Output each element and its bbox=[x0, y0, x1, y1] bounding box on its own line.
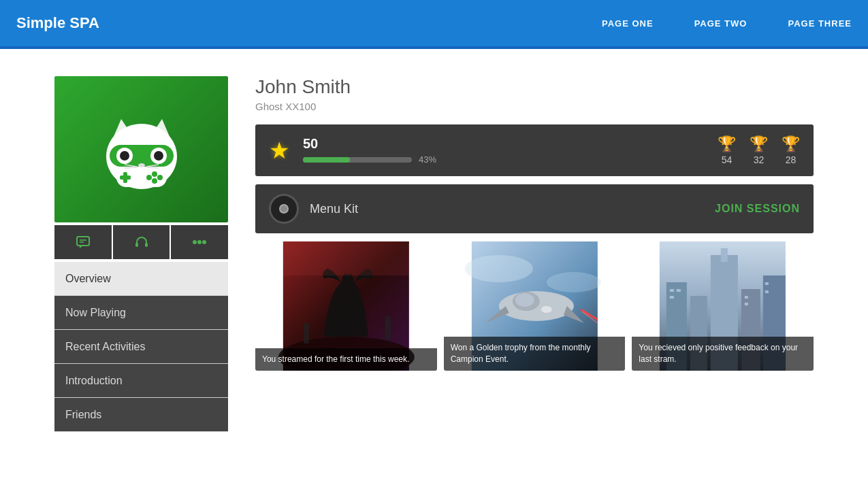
now-playing-bar: Menu Kit JOIN SESSION bbox=[255, 184, 814, 233]
activity-card-1: You streamed for the first time this wee… bbox=[255, 241, 437, 371]
svg-rect-57 bbox=[765, 290, 769, 293]
activity-card-3-caption: You recieved only positive feedback on y… bbox=[632, 337, 814, 371]
trophy-bronze-item: 🏆 28 bbox=[782, 135, 800, 165]
star-icon: ★ bbox=[269, 137, 289, 164]
svg-rect-23 bbox=[135, 243, 138, 247]
svg-point-14 bbox=[146, 175, 152, 180]
svg-point-41 bbox=[541, 306, 552, 313]
svg-rect-30 bbox=[304, 323, 309, 343]
svg-rect-46 bbox=[721, 248, 728, 262]
svg-point-5 bbox=[120, 151, 129, 161]
disc-icon bbox=[269, 194, 299, 224]
svg-rect-54 bbox=[745, 296, 748, 299]
score-number: 50 bbox=[303, 136, 704, 152]
chat-icon bbox=[76, 235, 91, 250]
sidebar-item-overview[interactable]: Overview bbox=[54, 262, 228, 296]
headset-button[interactable] bbox=[113, 225, 170, 259]
svg-rect-20 bbox=[77, 237, 89, 246]
chat-button[interactable] bbox=[54, 225, 112, 259]
app-title: Simple SPA bbox=[16, 14, 99, 32]
svg-rect-55 bbox=[745, 303, 748, 305]
score-bar-container: 43% bbox=[303, 154, 704, 165]
svg-rect-53 bbox=[677, 289, 681, 292]
svg-point-7 bbox=[154, 151, 163, 161]
sidebar-item-introduction[interactable]: Introduction bbox=[54, 364, 228, 398]
svg-point-34 bbox=[465, 255, 533, 282]
svg-point-26 bbox=[197, 240, 202, 244]
svg-rect-32 bbox=[283, 241, 409, 275]
svg-rect-24 bbox=[145, 243, 148, 247]
trophy-gold-icon: 🏆 bbox=[718, 135, 736, 153]
trophy-bronze-count: 28 bbox=[786, 154, 797, 165]
join-session-button[interactable]: JOIN SESSION bbox=[715, 203, 800, 215]
svg-point-27 bbox=[202, 240, 206, 244]
left-column: Overview Now Playing Recent Activities I… bbox=[54, 76, 228, 432]
sidebar-item-friends[interactable]: Friends bbox=[54, 398, 228, 432]
svg-point-25 bbox=[193, 240, 197, 244]
right-column: John Smith Ghost XX100 ★ 50 43% 🏆 54 bbox=[255, 76, 814, 432]
profile-subtitle: Ghost XX100 bbox=[255, 101, 814, 112]
more-icon bbox=[192, 239, 207, 245]
trophy-bronze-icon: 🏆 bbox=[782, 135, 800, 153]
stats-bar: ★ 50 43% 🏆 54 🏆 32 bbox=[255, 124, 814, 176]
svg-rect-51 bbox=[670, 289, 674, 292]
more-button[interactable] bbox=[171, 225, 228, 259]
svg-point-38 bbox=[515, 293, 534, 307]
svg-rect-56 bbox=[765, 282, 769, 285]
trophies: 🏆 54 🏆 32 🏆 28 bbox=[718, 135, 800, 165]
svg-point-13 bbox=[152, 178, 157, 184]
app-header: Simple SPA PAGE ONE PAGE TWO PAGE THREE bbox=[0, 0, 868, 46]
sidebar-nav: Overview Now Playing Recent Activities I… bbox=[54, 262, 228, 432]
activity-card-2: Won a Golden trophy from the monthly Cam… bbox=[444, 241, 626, 371]
action-buttons bbox=[54, 225, 228, 259]
score-bar-bg bbox=[303, 157, 412, 163]
avatar-icon bbox=[97, 105, 186, 194]
svg-rect-10 bbox=[120, 175, 131, 180]
svg-line-17 bbox=[125, 167, 137, 168]
svg-rect-31 bbox=[385, 316, 391, 340]
trophy-gold-count: 54 bbox=[722, 154, 733, 165]
svg-rect-52 bbox=[670, 296, 674, 299]
svg-line-19 bbox=[146, 167, 159, 168]
avatar-box bbox=[54, 76, 228, 222]
sidebar-item-now-playing[interactable]: Now Playing bbox=[54, 296, 228, 330]
svg-point-15 bbox=[138, 163, 145, 167]
main-nav: PAGE ONE PAGE TWO PAGE THREE bbox=[602, 18, 852, 29]
svg-point-11 bbox=[152, 171, 157, 177]
score-section: 50 43% bbox=[303, 136, 704, 165]
activity-card-1-caption: You streamed for the first time this wee… bbox=[255, 348, 437, 371]
score-pct: 43% bbox=[419, 154, 436, 165]
headset-icon bbox=[134, 235, 149, 250]
trophy-gold-item: 🏆 54 bbox=[718, 135, 736, 165]
trophy-silver-count: 32 bbox=[754, 154, 765, 165]
nav-page-two[interactable]: PAGE TWO bbox=[694, 18, 748, 29]
activity-card-2-caption: Won a Golden trophy from the monthly Cam… bbox=[444, 337, 626, 371]
trophy-silver-icon: 🏆 bbox=[750, 135, 768, 153]
activity-cards: You streamed for the first time this wee… bbox=[255, 241, 814, 371]
activity-card-3: You recieved only positive feedback on y… bbox=[632, 241, 814, 371]
sidebar-item-recent-activities[interactable]: Recent Activities bbox=[54, 330, 228, 364]
now-playing-title: Menu Kit bbox=[310, 202, 704, 216]
disc-inner bbox=[279, 204, 289, 214]
score-bar-fill bbox=[303, 157, 350, 163]
nav-page-one[interactable]: PAGE ONE bbox=[602, 18, 654, 29]
svg-point-12 bbox=[157, 175, 163, 180]
trophy-silver-item: 🏆 32 bbox=[750, 135, 768, 165]
profile-name: John Smith bbox=[255, 76, 814, 98]
nav-page-three[interactable]: PAGE THREE bbox=[788, 18, 852, 29]
svg-point-35 bbox=[547, 272, 601, 292]
main-content: Overview Now Playing Recent Activities I… bbox=[0, 49, 868, 459]
